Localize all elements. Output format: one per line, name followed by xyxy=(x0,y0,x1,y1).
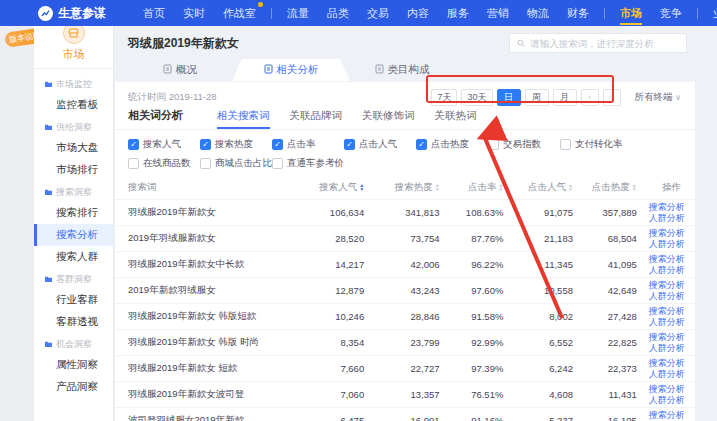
action-link-搜索分析[interactable]: 搜索分析 xyxy=(649,280,681,291)
date-range-月[interactable]: 月 xyxy=(553,89,577,106)
action-link-搜索分析[interactable]: 搜索分析 xyxy=(649,384,681,395)
nav-item-业务专区[interactable]: 业务专区 xyxy=(704,0,717,26)
action-link-人群分析[interactable]: 人群分析 xyxy=(649,213,681,224)
sidebar-group-label: 客群洞察 xyxy=(56,273,92,286)
column-header-点击人气[interactable]: 点击人气▲▼ xyxy=(509,176,579,200)
sidebar-item-监控看板[interactable]: 监控看板 xyxy=(34,94,113,116)
sidebar-group-label: 供给洞察 xyxy=(56,121,92,134)
action-link-搜索分析[interactable]: 搜索分析 xyxy=(649,228,681,239)
nav-item-流量[interactable]: 流量 xyxy=(278,0,318,26)
sidebar-item-搜索人群[interactable]: 搜索人群 xyxy=(34,246,113,268)
sort-icon[interactable]: ▲▼ xyxy=(359,183,364,191)
nav-item-市场[interactable]: 市场 xyxy=(611,0,651,26)
next-period-button[interactable]: › xyxy=(603,89,621,106)
sidebar-item-搜索排行[interactable]: 搜索排行 xyxy=(34,202,113,224)
terminal-dropdown[interactable]: 所有终端 ∨ xyxy=(635,91,682,104)
nav-item-财务[interactable]: 财务 xyxy=(558,0,598,26)
nav-item-营销[interactable]: 营销 xyxy=(478,0,518,26)
nav-item-首页[interactable]: 首页 xyxy=(134,0,174,26)
column-header-搜索人气[interactable]: 搜索人气▲▼ xyxy=(295,176,370,200)
metric-checkbox-点击人气[interactable]: ✓点击人气 xyxy=(344,138,416,151)
metric-checkbox-搜索人气[interactable]: ✓搜索人气 xyxy=(128,138,200,151)
sort-icon[interactable]: ▲▼ xyxy=(632,183,637,191)
date-range-日[interactable]: 日 xyxy=(497,89,521,106)
action-link-搜索分析[interactable]: 搜索分析 xyxy=(649,358,681,369)
value-cell: 341,813 xyxy=(370,200,445,226)
sidebar-group-label: 搜索洞察 xyxy=(56,186,92,199)
nav-item-作战室[interactable]: 作战室 xyxy=(214,0,265,26)
sidebar-item-行业客群[interactable]: 行业客群 xyxy=(34,289,113,311)
action-link-人群分析[interactable]: 人群分析 xyxy=(649,395,681,406)
search-input[interactable] xyxy=(530,38,679,49)
nav-item-品类[interactable]: 品类 xyxy=(318,0,358,26)
sidebar-item-客群透视[interactable]: 客群透视 xyxy=(34,311,113,333)
action-link-人群分析[interactable]: 人群分析 xyxy=(649,291,681,302)
action-link-人群分析[interactable]: 人群分析 xyxy=(649,343,681,354)
date-range-30天[interactable]: 30天 xyxy=(461,89,492,106)
sort-icon[interactable]: ▲▼ xyxy=(568,183,573,191)
metric-checkbox-直通车参考价[interactable]: 直通车参考价 xyxy=(272,157,344,170)
action-link-人群分析[interactable]: 人群分析 xyxy=(649,239,681,250)
sidebar-item-市场排行[interactable]: 市场排行 xyxy=(34,159,113,181)
value-cell: 21,183 xyxy=(509,226,579,252)
metric-checkbox-商城点击占比[interactable]: 商城点击占比 xyxy=(200,157,272,170)
table-row: 2019年新款羽绒服女12,87943,24397.60%10,55842,64… xyxy=(115,278,695,304)
search-box[interactable] xyxy=(509,33,687,53)
metric-checkbox-搜索热度[interactable]: ✓搜索热度 xyxy=(200,138,272,151)
document-icon xyxy=(264,64,273,76)
column-label: 点击人气 xyxy=(528,181,566,192)
chevron-down-icon: ∨ xyxy=(675,93,681,102)
subtab-相关搜索词[interactable]: 相关搜索词 xyxy=(217,109,270,129)
action-link-搜索分析[interactable]: 搜索分析 xyxy=(649,410,681,421)
nav-item-内容[interactable]: 内容 xyxy=(398,0,438,26)
nav-item-物流[interactable]: 物流 xyxy=(518,0,558,26)
column-header-点击率[interactable]: 点击率▲▼ xyxy=(446,176,510,200)
value-cell: 23,799 xyxy=(370,330,445,356)
date-range-周[interactable]: 周 xyxy=(525,89,549,106)
subtab-关联品牌词[interactable]: 关联品牌词 xyxy=(290,109,343,129)
sidebar-item-市场大盘[interactable]: 市场大盘 xyxy=(34,137,113,159)
table-row: 2019年羽绒服新款女28,52073,75487.76%21,18368,50… xyxy=(115,226,695,252)
column-header-搜索热度[interactable]: 搜索热度▲▼ xyxy=(370,176,445,200)
subtab-关联修饰词[interactable]: 关联修饰词 xyxy=(362,109,415,129)
action-link-人群分析[interactable]: 人群分析 xyxy=(649,265,681,276)
left-rail: 版本说明 xyxy=(0,26,34,421)
sidebar-item-搜索分析[interactable]: 搜索分析 xyxy=(34,224,113,246)
metric-checkbox-点击率[interactable]: ✓点击率 xyxy=(272,138,344,151)
nav-item-服务[interactable]: 服务 xyxy=(438,0,478,26)
action-link-搜索分析[interactable]: 搜索分析 xyxy=(649,254,681,265)
nav-item-竞争[interactable]: 竞争 xyxy=(651,0,691,26)
action-link-人群分析[interactable]: 人群分析 xyxy=(649,317,681,328)
value-cell: 97.39% xyxy=(446,356,510,382)
metric-checkbox-点击热度[interactable]: ✓点击热度 xyxy=(416,138,488,151)
action-link-搜索分析[interactable]: 搜索分析 xyxy=(649,306,681,317)
value-cell: 106,634 xyxy=(295,200,370,226)
keyword-cell: 羽绒服2019年新款女波司登 xyxy=(115,382,295,408)
prev-period-button[interactable]: ‹ xyxy=(581,89,599,106)
nav-item-实时[interactable]: 实时 xyxy=(174,0,214,26)
tab-概况[interactable]: 概况 xyxy=(128,59,232,81)
metric-checkbox-在线商品数[interactable]: 在线商品数 xyxy=(128,157,200,170)
main-content: 羽绒服2019年新款女 概况相关分析类目构成 统计时间 2019-11-28 7… xyxy=(115,26,717,421)
metric-label: 点击热度 xyxy=(431,138,469,151)
sidebar-item-属性洞察[interactable]: 属性洞察 xyxy=(34,354,113,376)
tab-类目构成[interactable]: 类目构成 xyxy=(350,59,454,81)
column-header-点击热度[interactable]: 点击热度▲▼ xyxy=(579,176,643,200)
sidebar-item-产品洞察[interactable]: 产品洞察 xyxy=(34,376,113,398)
action-link-搜索分析[interactable]: 搜索分析 xyxy=(649,202,681,213)
sort-icon[interactable]: ▲▼ xyxy=(498,183,503,191)
metric-checkbox-交易指数[interactable]: 交易指数 xyxy=(488,138,560,151)
value-cell: 43,243 xyxy=(370,278,445,304)
brand[interactable]: 生意参谋 xyxy=(38,5,106,22)
action-link-人群分析[interactable]: 人群分析 xyxy=(649,369,681,380)
action-link-搜索分析[interactable]: 搜索分析 xyxy=(649,332,681,343)
nav-item-交易[interactable]: 交易 xyxy=(358,0,398,26)
keyword-cell: 2019年羽绒服新款女 xyxy=(115,226,295,252)
sort-icon[interactable]: ▲▼ xyxy=(435,183,440,191)
market-label: 市场 xyxy=(34,47,113,62)
tab-相关分析[interactable]: 相关分析 xyxy=(232,59,350,81)
date-range-7天[interactable]: 7天 xyxy=(431,89,457,106)
metric-checkbox-支付转化率[interactable]: 支付转化率 xyxy=(560,138,632,151)
subtab-关联热词[interactable]: 关联热词 xyxy=(435,109,477,129)
value-cell: 87.76% xyxy=(446,226,510,252)
